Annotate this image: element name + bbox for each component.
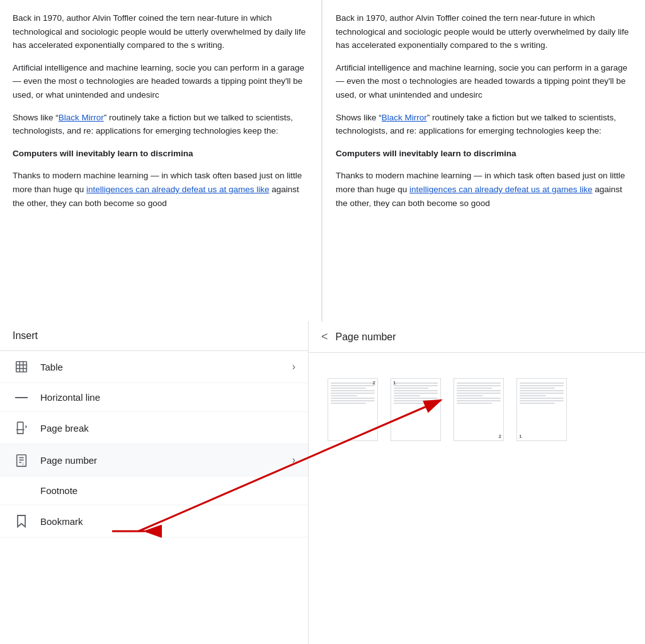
intelligences-link-right[interactable]: intelligences can already defeat us at g… [409,185,592,194]
doc-para-4-left: Thanks to modern machine learning — in w… [13,169,309,210]
document-column-left: Back in 1970, author Alvin Toffler coine… [0,0,322,321]
page-num-bottom-right-indicator: 2 [499,434,501,439]
svg-rect-0 [16,362,27,372]
table-label: Table [40,362,292,372]
menu-item-footnote[interactable]: Footnote [0,476,308,505]
page-thumb-top-left: 1 [391,378,441,441]
menu-item-page-number[interactable]: 1 Page number › [0,444,308,476]
page-thumb-bottom-left: 1 [517,378,567,441]
menu-item-page-break[interactable]: Page break [0,412,308,444]
bottom-area: Insert Table › Horizontal line [0,321,645,644]
page-thumb-top-right: 2 [328,378,378,441]
page-break-icon [13,421,30,435]
intelligences-link-left[interactable]: intelligences can already defeat us at g… [86,185,269,194]
bookmark-label: Bookmark [40,516,295,527]
svg-text:1: 1 [22,463,24,466]
insert-panel-header: Insert [0,321,308,351]
document-column-right: Back in 1970, author Alvin Toffler coine… [323,0,645,321]
bookmark-icon [13,514,30,528]
page-thumb-lines-4 [517,379,566,440]
page-number-option-bottom-left[interactable]: 1 [517,378,567,441]
doc-para-3-right: Shows like “Black Mirror” routinely take… [336,111,632,138]
page-thumb-bottom-right: 2 [454,378,504,441]
horizontal-line-label: Horizontal line [40,392,295,403]
black-mirror-link-right[interactable]: Black Mirror [382,113,427,122]
page-number-header: < Page number [309,321,645,353]
menu-item-horizontal-line[interactable]: Horizontal line [0,383,308,412]
black-mirror-link-left[interactable]: Black Mirror [59,113,104,122]
page-number-panel-title: Page number [336,331,396,343]
doc-para-3-left: Shows like “Black Mirror” routinely take… [13,111,309,138]
insert-title: Insert [13,330,38,341]
page-num-top-left-indicator: 1 [393,380,396,386]
doc-para-2-right: Artificial intelligence and machine lear… [336,61,632,102]
footnote-label: Footnote [40,485,295,496]
page-num-bottom-left-indicator: 1 [519,434,522,439]
page-number-option-bottom-right[interactable]: 2 [454,378,504,441]
doc-para-4-right: Thanks to modern machine learning — in w… [336,169,632,210]
svg-rect-5 [18,422,23,430]
page-num-top-right-indicator: 2 [373,380,375,386]
page-thumb-lines-2 [391,379,440,440]
menu-item-bookmark[interactable]: Bookmark [0,505,308,538]
page-number-label: Page number [40,455,292,466]
horizontal-line-icon [13,397,30,398]
page-number-option-top-left[interactable]: 1 [391,378,441,441]
page-thumb-lines-1 [328,379,377,440]
page-number-icon: 1 [13,453,30,467]
table-icon [13,360,30,374]
table-arrow-icon: › [292,361,295,372]
page-break-label: Page break [40,423,295,434]
doc-heading-left: Computers will inevitably learn to discr… [13,147,309,161]
doc-text-left: Back in 1970, author Alvin Toffler coine… [13,11,309,210]
doc-heading-right: Computers will inevitably learn to discr… [336,147,632,161]
document-area: Back in 1970, author Alvin Toffler coine… [0,0,645,321]
doc-para-1-right: Back in 1970, author Alvin Toffler coine… [336,11,632,52]
svg-rect-7 [17,455,26,466]
page-number-arrow-icon: › [292,454,295,466]
doc-text-right: Back in 1970, author Alvin Toffler coine… [336,11,632,210]
doc-para-2-left: Artificial intelligence and machine lear… [13,61,309,102]
page-thumb-lines-3 [454,379,503,440]
insert-panel: Insert Table › Horizontal line [0,321,309,644]
back-arrow-icon[interactable]: < [321,330,328,343]
page-number-option-top-right[interactable]: 2 [328,378,378,441]
page-number-panel: < Page number 2 [309,321,645,644]
page-number-options: 2 1 [309,353,645,454]
menu-item-table[interactable]: Table › [0,351,308,383]
doc-para-1-left: Back in 1970, author Alvin Toffler coine… [13,11,309,52]
